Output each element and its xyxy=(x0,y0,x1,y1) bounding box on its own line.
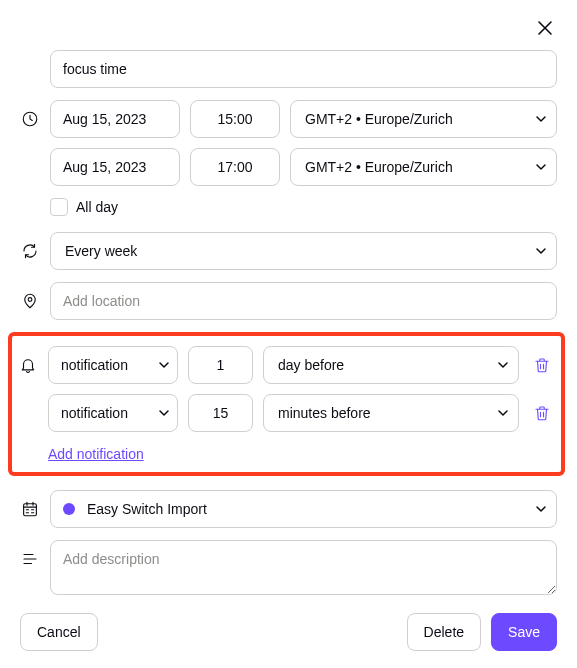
end-date-input[interactable] xyxy=(50,148,180,186)
all-day-label: All day xyxy=(76,199,118,215)
caret-down-icon xyxy=(536,164,546,170)
bell-icon xyxy=(19,356,37,374)
start-timezone-select[interactable]: GMT+2 • Europe/Zurich xyxy=(290,100,557,138)
caret-down-icon xyxy=(498,410,508,416)
calendar-icon xyxy=(21,500,39,518)
svg-point-1 xyxy=(28,298,32,302)
calendar-name-label: Easy Switch Import xyxy=(87,501,207,517)
add-notification-link[interactable]: Add notification xyxy=(48,446,555,462)
caret-down-icon xyxy=(159,410,169,416)
close-button[interactable] xyxy=(533,16,557,40)
notification-type-select[interactable]: notification xyxy=(48,346,178,384)
start-timezone-label: GMT+2 • Europe/Zurich xyxy=(305,111,453,127)
description-icon xyxy=(21,550,39,568)
close-icon xyxy=(537,20,553,36)
caret-down-icon xyxy=(536,248,546,254)
notification-unit-label: minutes before xyxy=(278,405,371,421)
delete-button[interactable]: Delete xyxy=(407,613,481,651)
notification-row: notification day before xyxy=(48,346,555,384)
end-timezone-select[interactable]: GMT+2 • Europe/Zurich xyxy=(290,148,557,186)
calendar-select[interactable]: Easy Switch Import xyxy=(50,490,557,528)
end-timezone-label: GMT+2 • Europe/Zurich xyxy=(305,159,453,175)
all-day-checkbox[interactable] xyxy=(50,198,68,216)
notification-unit-select[interactable]: day before xyxy=(263,346,519,384)
delete-notification-button[interactable] xyxy=(529,400,555,426)
recurrence-select[interactable]: Every week xyxy=(50,232,557,270)
cancel-button[interactable]: Cancel xyxy=(20,613,98,651)
caret-down-icon xyxy=(536,506,546,512)
caret-down-icon xyxy=(536,116,546,122)
delete-notification-button[interactable] xyxy=(529,352,555,378)
modal-footer: Cancel Delete Save xyxy=(20,613,557,651)
notification-amount-input[interactable] xyxy=(188,394,253,432)
notification-amount-input[interactable] xyxy=(188,346,253,384)
notification-type-label: notification xyxy=(61,357,128,373)
recurrence-label: Every week xyxy=(65,243,137,259)
trash-icon xyxy=(533,356,551,374)
notification-row: notification minutes before xyxy=(48,394,555,432)
location-input[interactable] xyxy=(50,282,557,320)
notifications-section: notification day before notification xyxy=(8,332,565,476)
event-edit-modal: GMT+2 • Europe/Zurich GMT+2 • Europe/Zur… xyxy=(0,0,577,668)
caret-down-icon xyxy=(159,362,169,368)
save-button[interactable]: Save xyxy=(491,613,557,651)
repeat-icon xyxy=(21,242,39,260)
calendar-color-dot xyxy=(63,503,75,515)
end-time-input[interactable] xyxy=(190,148,280,186)
notification-type-label: notification xyxy=(61,405,128,421)
event-title-input[interactable] xyxy=(50,50,557,88)
clock-icon xyxy=(21,110,39,128)
notification-unit-label: day before xyxy=(278,357,344,373)
location-icon xyxy=(21,292,39,310)
caret-down-icon xyxy=(498,362,508,368)
description-textarea[interactable] xyxy=(50,540,557,595)
trash-icon xyxy=(533,404,551,422)
notification-type-select[interactable]: notification xyxy=(48,394,178,432)
svg-rect-2 xyxy=(24,504,37,516)
notification-unit-select[interactable]: minutes before xyxy=(263,394,519,432)
start-time-input[interactable] xyxy=(190,100,280,138)
start-date-input[interactable] xyxy=(50,100,180,138)
